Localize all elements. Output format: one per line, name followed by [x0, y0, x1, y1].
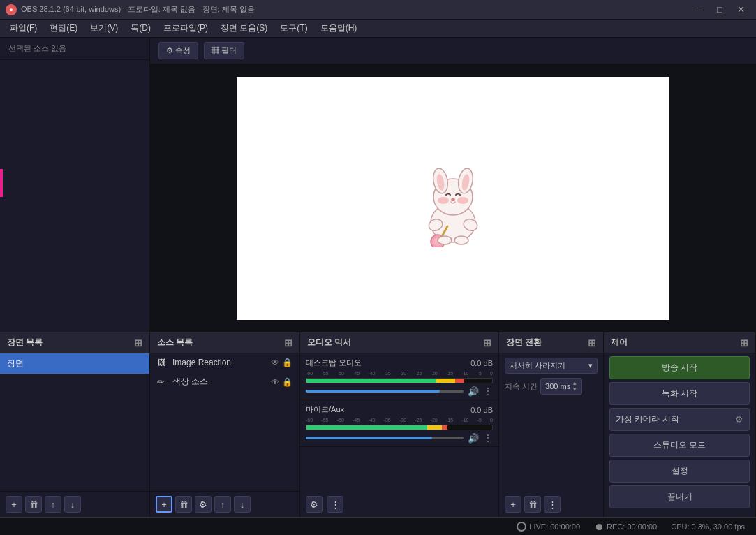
source-lock-icon-2[interactable]: 🔒: [282, 377, 292, 387]
desktop-mute-icon[interactable]: 🔊: [468, 386, 479, 397]
filter-button[interactable]: ▦ 필터: [204, 42, 244, 59]
source-eye-icon-2[interactable]: 👁: [271, 377, 279, 387]
transition-dropdown[interactable]: 서서히 사라지기 ▾: [505, 358, 598, 374]
menu-scene-collection[interactable]: 장면 모음(S): [215, 21, 273, 36]
audio-mic-controls: 🔊 ⋮: [306, 432, 493, 444]
virtual-camera-button[interactable]: 가상 카메라 시작 ⚙: [609, 408, 750, 431]
audio-panel-header: 오디오 믹서 ⊞: [300, 332, 498, 353]
start-record-button[interactable]: 녹화 시작: [609, 382, 750, 405]
transition-panel-footer: + 🗑 ⋮: [499, 492, 603, 517]
audio-panel-menu-icon[interactable]: ⊞: [483, 337, 491, 349]
control-buttons-list: 방송 시작 녹화 시작 가상 카메라 시작 ⚙ 스튜디오 모드 설정 끝내기: [604, 353, 755, 517]
move-scene-up-button[interactable]: ↑: [45, 496, 61, 513]
desktop-audio-menu-icon[interactable]: ⋮: [483, 386, 493, 397]
scene-item[interactable]: 장면: [0, 353, 149, 374]
preview-canvas: [150, 64, 756, 332]
duration-label: 지속 시간: [505, 381, 538, 392]
color-source-icon: ✏: [157, 377, 167, 387]
move-scene-down-button[interactable]: ↓: [64, 496, 81, 513]
selected-source-label: 선택된 소스 없음: [0, 38, 149, 60]
settings-button[interactable]: 설정: [609, 460, 750, 483]
source-item-color[interactable]: ✏ 색상 소스 👁 🔒: [150, 372, 299, 392]
scene-panel: 장면 목록 ⊞ 장면 + 🗑 ↑ ↓: [0, 332, 150, 517]
scene-panel-footer: + 🗑 ↑ ↓: [0, 491, 149, 517]
audio-mic-name: 마이크/Aux: [306, 404, 344, 415]
audio-desktop-db: 0.0 dB: [470, 359, 493, 367]
move-source-up-button[interactable]: ↑: [214, 496, 231, 513]
statusbar: LIVE: 00:00:00 ⏺ REC: 00:00:00 CPU: 0.3%…: [0, 517, 756, 535]
properties-button[interactable]: ⚙ 속성: [158, 42, 198, 59]
titlebar: ● OBS 28.1.2 (64-bit, windows) - 프로파일: 제…: [0, 0, 756, 20]
pink-accent-bar: [0, 169, 3, 197]
source-panel-menu-icon[interactable]: ⊞: [284, 337, 292, 349]
scene-panel-header: 장면 목록 ⊞: [0, 332, 149, 353]
audio-channel-list: 데스크탑 오디오 0.0 dB -60-55-50-45-40-35-30-25…: [300, 353, 498, 492]
menubar: 파일(F) 편집(E) 보기(V) 독(D) 프로파일(P) 장면 모음(S) …: [0, 20, 756, 38]
remove-scene-button[interactable]: 🗑: [25, 496, 42, 513]
live-dot: [517, 522, 526, 532]
audio-panel-title: 오디오 믹서: [307, 337, 351, 349]
obs-logo: ●: [6, 4, 17, 15]
source-eye-icon[interactable]: 👁: [271, 358, 279, 367]
source-lock-icon[interactable]: 🔒: [282, 358, 292, 367]
duration-input[interactable]: 300 ms ▲▼: [540, 378, 582, 395]
mic-audio-menu-icon[interactable]: ⋮: [483, 432, 493, 444]
svg-point-7: [457, 197, 468, 204]
audio-desktop-scale: -60-55-50-45-40-35-30-25-20-15-10-50: [306, 371, 493, 376]
bottom-panels: 장면 목록 ⊞ 장면 + 🗑 ↑ ↓ 소스 목록 ⊞ 🖼 Image React…: [0, 332, 756, 517]
virtual-cam-label: 가상 카메라 시작: [616, 413, 679, 425]
meter-yellow-mic: [427, 425, 442, 430]
close-button[interactable]: ✕: [731, 0, 750, 20]
move-source-down-button[interactable]: ↓: [234, 496, 251, 513]
audio-settings-button[interactable]: ⚙: [306, 496, 323, 513]
mic-mute-icon[interactable]: 🔊: [468, 433, 479, 444]
rec-label: REC: 00:00:00: [607, 522, 657, 531]
menu-dock[interactable]: 독(D): [125, 21, 156, 36]
studio-mode-button[interactable]: 스튜디오 모드: [609, 434, 750, 457]
menu-view[interactable]: 보기(V): [84, 21, 124, 36]
control-panel: 제어 ⊞ 방송 시작 녹화 시작 가상 카메라 시작 ⚙ 스튜디오 모드 설정 …: [604, 332, 756, 517]
virtual-cam-gear-icon[interactable]: ⚙: [735, 414, 743, 425]
remove-transition-button[interactable]: 🗑: [524, 496, 541, 513]
menu-help[interactable]: 도움말(H): [315, 21, 363, 36]
cpu-status: CPU: 0.3%, 30.00 fps: [671, 522, 745, 531]
exit-button[interactable]: 끝내기: [609, 485, 750, 508]
titlebar-left: ● OBS 28.1.2 (64-bit, windows) - 프로파일: 제…: [6, 4, 255, 15]
menu-file[interactable]: 파일(F): [4, 21, 43, 36]
cpu-label: CPU: 0.3%, 30.00 fps: [671, 522, 745, 531]
canvas-inner: [237, 77, 669, 320]
source-list: 🖼 Image Reaction 👁 🔒 ✏ 색상 소스 👁 🔒: [150, 353, 299, 491]
meter-green-desktop: [306, 379, 436, 383]
scene-panel-menu-icon[interactable]: ⊞: [134, 337, 142, 349]
minimize-button[interactable]: —: [689, 0, 709, 20]
source-panel-title: 소스 목록: [157, 337, 193, 349]
left-panel: 선택된 소스 없음: [0, 38, 150, 332]
maximize-button[interactable]: □: [710, 0, 729, 20]
audio-mic-meter: [306, 425, 493, 430]
transition-menu-button[interactable]: ⋮: [544, 496, 561, 513]
mic-volume-fill: [306, 437, 432, 439]
audio-desktop-name: 데스크탑 오디오: [306, 358, 362, 368]
menu-tools[interactable]: 도구(T): [274, 21, 313, 36]
add-transition-button[interactable]: +: [505, 496, 521, 513]
scene-list: 장면: [0, 353, 149, 491]
source-item-image-reaction[interactable]: 🖼 Image Reaction 👁 🔒: [150, 353, 299, 372]
transition-panel-menu-icon[interactable]: ⊞: [588, 337, 596, 349]
source-settings-button[interactable]: ⚙: [195, 496, 212, 513]
meter-green-mic: [306, 425, 427, 430]
audio-panel-footer: ⚙ ⋮: [300, 492, 498, 517]
duration-arrows: ▲▼: [572, 380, 577, 393]
add-scene-button[interactable]: +: [6, 496, 22, 513]
mic-volume-slider[interactable]: [306, 437, 464, 439]
menu-profile[interactable]: 프로파일(P): [158, 21, 214, 36]
start-stream-button[interactable]: 방송 시작: [609, 356, 750, 379]
desktop-volume-slider[interactable]: [306, 390, 464, 393]
menu-edit[interactable]: 편집(E): [44, 21, 83, 36]
audio-menu-button[interactable]: ⋮: [327, 496, 343, 513]
rec-status: ⏺ REC: 00:00:00: [594, 521, 657, 532]
add-source-button[interactable]: +: [156, 496, 172, 513]
remove-source-button[interactable]: 🗑: [175, 496, 192, 513]
control-panel-menu-icon[interactable]: ⊞: [740, 337, 748, 349]
source-item-controls: 👁 🔒: [271, 358, 292, 367]
left-content-area: [0, 60, 149, 332]
